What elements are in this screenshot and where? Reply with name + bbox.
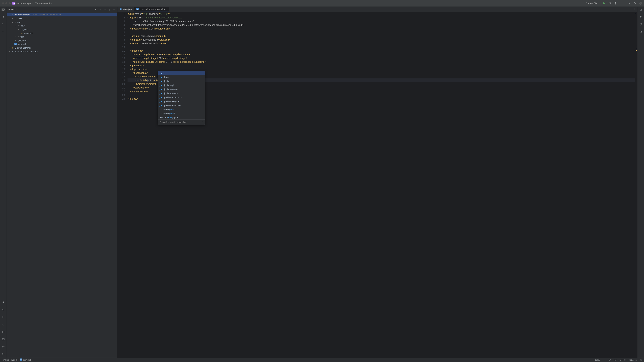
services-tool-icon[interactable] [2, 301, 5, 304]
ai-assistant-icon[interactable] [639, 15, 643, 19]
run-icon[interactable] [603, 2, 606, 5]
chevron-down-icon[interactable]: ⌄ [16, 8, 18, 10]
tab-main-java[interactable]: C Main.java [118, 7, 134, 12]
warning-mark-icon[interactable] [636, 49, 637, 49]
structure-tool-icon[interactable] [2, 22, 5, 26]
notifications-icon[interactable] [639, 8, 643, 11]
close-window-icon[interactable] [2, 2, 4, 4]
database-tool-icon[interactable] [639, 22, 643, 26]
code-line[interactable]: xsi:schemaLocation="http://maven.apache.… [128, 23, 635, 27]
popup-options-icon[interactable]: ⋮ [201, 120, 203, 124]
code-line[interactable]: <?xml version="1.0" encoding="UTF-8"?> [128, 12, 635, 16]
code-line[interactable]: <maven.compiler.target>21</maven.compile… [128, 56, 635, 60]
debug-tool-icon[interactable] [2, 323, 5, 327]
autocomplete-item[interactable]: junit-bom [158, 75, 205, 79]
autocomplete-item[interactable]: junit-jupiter-engine [158, 87, 205, 91]
code-line[interactable] [128, 30, 635, 34]
svg-text:C: C [120, 8, 121, 10]
terminal-tool-icon[interactable] [2, 338, 5, 341]
code-line[interactable]: <project xmlns="http://maven.apache.org/… [128, 16, 635, 19]
encoding-label[interactable]: UTF-8 [620, 359, 626, 361]
close-tab-icon[interactable]: × [166, 8, 167, 10]
warning-mark-icon[interactable] [636, 46, 637, 46]
maven-tool-icon[interactable]: m [639, 30, 643, 33]
autocomplete-item[interactable]: kotlin-test-junit [158, 107, 205, 111]
navigation-breadcrumb[interactable]: ▫ mavenexample › m pom.xml [2, 359, 31, 361]
autocomplete-item[interactable]: junit-jupiter-api [158, 83, 205, 87]
hide-panel-icon[interactable]: — [113, 8, 116, 11]
find-tool-icon[interactable] [2, 308, 5, 312]
run-config-selector[interactable]: Current File ⌄ [586, 2, 600, 4]
tree-node-idea[interactable]: ›▭.idea [7, 16, 117, 20]
vcs-tool-icon[interactable] [2, 352, 5, 356]
autocomplete-item[interactable]: junit-platform-launcher [158, 103, 205, 107]
autocomplete-item[interactable]: mockito-junit-jupiter [158, 116, 205, 120]
tree-root[interactable]: ⌄ ▭ mavenexample ~/IdeaProjects/mavenexa… [7, 13, 117, 16]
minimize-window-icon[interactable] [5, 2, 8, 4]
tree-node-resources[interactable]: ▭resources [7, 31, 117, 35]
code-line[interactable]: <properties> [128, 49, 635, 53]
warning-mark-icon[interactable] [636, 50, 637, 51]
tree-node-main[interactable]: ⌄▭main [7, 24, 117, 27]
tree-node-external-libraries[interactable]: ›⊞External Libraries [7, 46, 117, 50]
tab-options-icon[interactable]: ⋮ [633, 8, 636, 11]
code-line[interactable]: </properties> [128, 64, 635, 67]
code-line[interactable]: <version>1.0-SNAPSHOT</version> [128, 41, 635, 45]
code-line[interactable]: <modelVersion>4.0.0</modelVersion> [128, 27, 635, 30]
more-tool-icon[interactable]: ⋯ [2, 30, 5, 33]
project-tree[interactable]: ⌄ ▭ mavenexample ~/IdeaProjects/mavenexa… [7, 12, 117, 54]
problems-tool-icon[interactable] [2, 345, 5, 349]
code-line[interactable]: <dependencies> [128, 67, 635, 71]
zoom-window-icon[interactable] [9, 2, 11, 4]
code-line[interactable] [128, 45, 635, 49]
caret-position[interactable]: 19:30 [595, 359, 600, 361]
project-tool-icon[interactable] [2, 8, 5, 11]
autocomplete-item[interactable]: kotlin-test-junit5 [158, 111, 205, 116]
breadcrumb-file[interactable]: pom.xml [23, 359, 31, 361]
build-tool-icon[interactable] [2, 330, 5, 334]
code-line[interactable]: <maven.compiler.source>21</maven.compile… [128, 53, 635, 56]
code-line[interactable]: <project.build.sourceEncoding>UTF-8</pro… [128, 60, 635, 64]
expand-all-icon[interactable]: ⤢ [99, 8, 102, 11]
search-icon[interactable] [634, 2, 636, 5]
window-controls[interactable] [2, 2, 11, 4]
line-separator-label[interactable]: LF [614, 359, 617, 361]
indent-label[interactable]: 4 spaces [628, 359, 636, 361]
panel-options-icon[interactable]: ⋮ [108, 8, 111, 11]
autocomplete-item[interactable]: junit [158, 71, 205, 75]
tree-node-test[interactable]: ›▭test [7, 35, 117, 38]
autocomplete-item[interactable]: junit-platform-commons [158, 95, 205, 99]
autocomplete-popup[interactable]: junitjunit-bomjunit-jupiterjunit-jupiter… [158, 71, 205, 125]
error-stripe[interactable] [635, 12, 637, 358]
inspection-indicator-icon[interactable] [636, 13, 637, 14]
more-icon[interactable] [614, 2, 617, 5]
version-control-menu[interactable]: Version control ⌄ [35, 2, 52, 4]
collapse-all-icon[interactable]: ⤡ [104, 8, 106, 11]
run-tool-icon[interactable] [2, 315, 5, 319]
commit-tool-icon[interactable] [2, 15, 5, 19]
tree-node-src[interactable]: ⌄▭src [7, 20, 117, 24]
breadcrumb-project[interactable]: mavenexample [3, 359, 17, 361]
tree-node-java[interactable]: ›▭java [7, 27, 117, 31]
tab-pom-xml[interactable]: m pom.xml (mavenexample) × [134, 7, 169, 12]
tree-node-scratches[interactable]: ›⊡Scratches and Consoles [7, 50, 117, 53]
autocomplete-item[interactable]: junit-platform-engine [158, 99, 205, 103]
settings-icon[interactable] [639, 2, 642, 5]
autocomplete-item[interactable]: junit-jupiter [158, 79, 205, 83]
code-line[interactable]: xmlns:xsi="http://www.w3.org/2001/XMLSch… [128, 19, 635, 23]
readonly-lock-icon[interactable] [640, 359, 642, 361]
project-panel-title: Project [8, 8, 15, 11]
code-line[interactable]: <groupId>com.jetbrains</groupId> [128, 34, 635, 38]
autocomplete-item[interactable]: junit-jupiter-params [158, 91, 205, 95]
line-separator-icon[interactable]: ↩ [603, 359, 606, 361]
code-with-me-icon[interactable] [628, 2, 630, 5]
tree-node-gitignore[interactable]: ⊘.gitignore [7, 38, 117, 42]
tree-node-pom[interactable]: mpom.xml [7, 42, 117, 46]
select-opened-file-icon[interactable]: ⊕ [94, 8, 97, 11]
debug-icon[interactable] [608, 2, 611, 5]
line-gutter[interactable]: 123456789101112131415161718192021222324 [118, 12, 127, 358]
code-line[interactable]: <artifactId>mavenexample</artifactId> [128, 38, 635, 41]
notifications-status-icon[interactable]: ◎ [609, 359, 612, 361]
project-selector[interactable]: m mavenexample ⌄ [12, 2, 34, 5]
code-editor[interactable]: 123456789101112131415161718192021222324 … [118, 12, 637, 358]
